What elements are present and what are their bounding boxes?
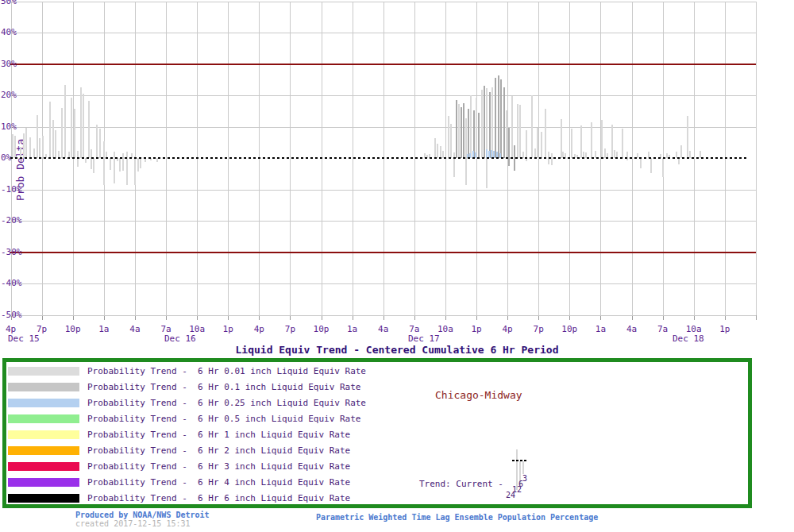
legend-box: Probability Trend - 6 Hr 0.01 inch Liqui… <box>2 358 752 508</box>
legend-row: Probability Trend - 6 Hr 0.25 inch Liqui… <box>6 397 737 413</box>
ensemble-bar <box>486 88 488 187</box>
legend-row: Probability Trend - 6 Hr 4 inch Liquid E… <box>6 476 737 492</box>
ensemble-bar <box>503 87 505 158</box>
x-axis-tick <box>259 315 260 320</box>
x-tick-label: 10p <box>556 325 583 334</box>
chart-title: Liquid Equiv Trend - Centered Cumulative… <box>0 344 794 356</box>
ensemble-bar <box>500 79 502 158</box>
inset-bar-up <box>516 449 518 461</box>
ensemble-bar <box>491 87 493 158</box>
ensemble-bar <box>80 87 82 158</box>
legend-row: Probability Trend - 6 Hr 3 inch Liquid E… <box>6 461 737 476</box>
legend-label: Probability Trend - 6 Hr 0.01 inch Liqui… <box>87 366 366 376</box>
ensemble-bar <box>96 125 98 158</box>
ensemble-bar <box>506 110 507 158</box>
legend-label: Probability Trend - 6 Hr 1 inch Liquid E… <box>87 430 350 440</box>
footer-produced-by: Produced by NOAA/NWS Detroit <box>75 511 210 519</box>
x-tick-label: 4p <box>245 325 272 334</box>
horizontal-gridline <box>10 283 756 284</box>
x-axis-tick <box>663 315 664 320</box>
legend-row: Probability Trend - 6 Hr 2 inch Liquid E… <box>6 445 737 461</box>
plot-area: 50%40%30%20%10%0%-10%-20%-30%-40%-50%4p7… <box>0 0 794 357</box>
x-axis-tick <box>476 315 477 320</box>
ensemble-bar <box>134 156 136 185</box>
x-tick-label: 1a <box>587 325 614 334</box>
ensemble-bar <box>61 108 63 158</box>
horizontal-gridline <box>10 2 756 2</box>
station-label: Chicago-Midway <box>435 389 522 401</box>
legend-row: Probability Trend - 6 Hr 0.01 inch Liqui… <box>6 365 737 381</box>
x-tick-label: 7p <box>525 325 552 334</box>
x-date-label: Dec 15 <box>8 334 40 344</box>
x-axis-tick <box>600 315 601 320</box>
x-tick-label: 1p <box>463 325 490 334</box>
ensemble-bar <box>481 90 483 158</box>
ensemble-bar <box>52 120 54 158</box>
ensemble-bar <box>498 75 499 158</box>
x-axis-tick <box>384 315 384 320</box>
horizontal-gridline <box>10 315 756 316</box>
ensemble-bar <box>103 141 105 186</box>
x-axis-tick <box>756 315 757 320</box>
ensemble-bar <box>456 100 457 158</box>
ensemble-bar <box>508 128 510 166</box>
legend-swatch <box>8 462 79 471</box>
ensemble-bar <box>545 109 546 158</box>
legend-swatch <box>8 446 79 455</box>
x-axis-tick <box>445 315 446 320</box>
x-axis-tick <box>538 315 539 320</box>
x-axis-tick <box>104 315 105 320</box>
horizontal-gridline <box>10 190 756 191</box>
ensemble-bar <box>531 95 533 158</box>
ensemble-bar <box>12 134 13 158</box>
ensemble-bar <box>489 92 491 158</box>
ensemble-bar <box>461 107 462 158</box>
ensemble-bar <box>640 158 642 168</box>
ensemble-bar <box>626 152 628 160</box>
ensemble-bar <box>110 158 111 170</box>
y-tick-label: -50% <box>1 310 22 319</box>
ensemble-bar <box>463 103 464 158</box>
ensemble-bar <box>476 98 477 158</box>
ensemble-bar <box>580 125 582 158</box>
y-tick-label: -40% <box>1 279 22 287</box>
trend-chart-page: 50%40%30%20%10%0%-10%-20%-30%-40%-50%4p7… <box>0 0 794 532</box>
y-tick-label: 40% <box>1 28 17 37</box>
threshold-line <box>10 64 756 65</box>
ensemble-bar <box>93 158 94 173</box>
ensemble-bar <box>650 158 652 173</box>
ensemble-bar <box>680 145 682 158</box>
ensemble-bar <box>29 137 31 158</box>
ensemble-bar <box>517 104 518 158</box>
trend-current-label: Trend: Current - <box>419 479 503 489</box>
ensemble-bar <box>687 116 688 158</box>
ensemble-bar <box>511 96 513 158</box>
x-tick-label: 4p <box>494 325 521 334</box>
x-axis-tick <box>569 315 570 320</box>
ensemble-bar <box>519 105 521 158</box>
ensemble-bar <box>137 158 139 172</box>
ensemble-bar <box>611 125 613 158</box>
x-tick-label: 1a <box>339 325 366 334</box>
x-tick-label: 4a <box>370 325 397 334</box>
y-tick-label: 30% <box>1 60 17 68</box>
ensemble-bar <box>468 109 469 158</box>
ensemble-bar <box>55 130 56 158</box>
ensemble-bar <box>74 109 75 158</box>
ensemble-bar <box>551 153 553 165</box>
vertical-gridline <box>756 2 757 315</box>
ensemble-bar <box>440 146 441 158</box>
legend-label: Probability Trend - 6 Hr 4 inch Liquid E… <box>87 477 350 488</box>
inset-lag-label: 24 <box>506 492 515 499</box>
ensemble-bar <box>450 124 452 158</box>
ensemble-bar <box>83 94 84 158</box>
y-tick-label: 10% <box>1 122 17 131</box>
legend-label: Probability Trend - 6 Hr 0.25 inch Liqui… <box>87 398 366 408</box>
x-tick-label: 1p <box>214 325 241 334</box>
x-axis-tick <box>290 315 291 320</box>
x-axis-tick <box>632 315 633 320</box>
legend-swatch <box>8 414 79 423</box>
x-axis-tick <box>42 315 43 320</box>
horizontal-gridline <box>10 127 756 128</box>
x-axis-tick <box>322 315 322 320</box>
